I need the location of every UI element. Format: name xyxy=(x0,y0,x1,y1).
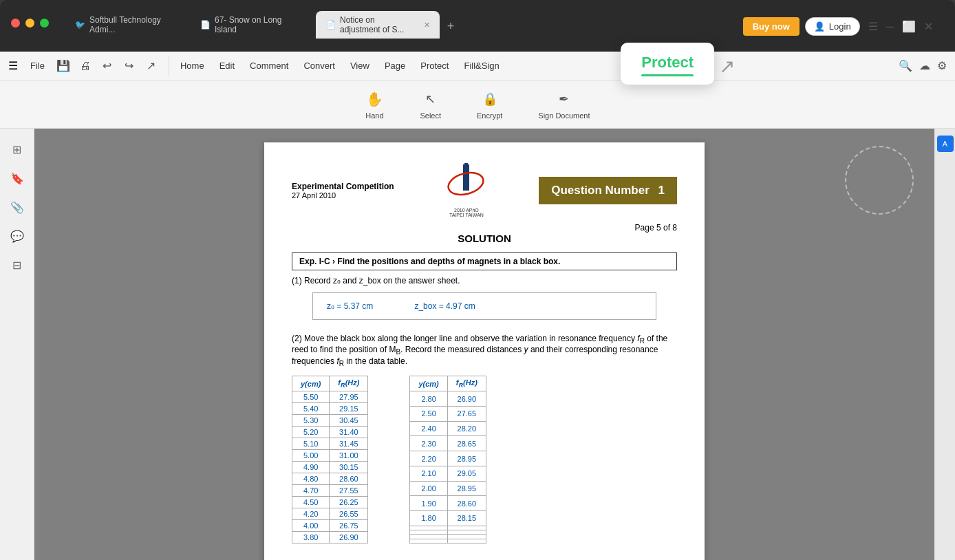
data-tables: y(cm) fR(Hz) 5.5027.955.4029.155.3030.45… xyxy=(292,376,677,543)
select-tool-button[interactable]: ↖ Select xyxy=(410,85,451,124)
fillsign-menu-item[interactable]: Fill&Sign xyxy=(457,57,506,74)
convert-menu-item[interactable]: Convert xyxy=(297,57,342,74)
settings-icon[interactable]: ⚙ xyxy=(937,59,947,72)
table-row: 5.5027.95 xyxy=(292,391,368,403)
sign-document-button[interactable]: ✒ Sign Document xyxy=(528,85,599,124)
maximize-traffic-light[interactable] xyxy=(40,19,49,28)
new-tab-button[interactable]: + xyxy=(441,17,460,36)
hand-label: Hand xyxy=(365,111,383,120)
table-row: 5.3030.45 xyxy=(292,415,368,427)
table-row: 4.5026.25 xyxy=(292,497,368,508)
cloud-icon[interactable]: ☁ xyxy=(919,59,930,72)
pdf-header: Experimental Competition 27 April 2010 2… xyxy=(292,163,677,217)
hand-tool-button[interactable]: ✋ Hand xyxy=(355,85,394,124)
table-row: 5.4029.15 xyxy=(292,403,368,415)
protect-arrow-icon: ↗ xyxy=(719,55,735,78)
close-icon[interactable]: ✕ xyxy=(924,20,933,33)
lock-icon: 🔒 xyxy=(480,89,500,109)
tab-1-icon: 🐦 xyxy=(75,20,85,30)
menu-bar: ☰ File 💾 🖨 ↩ ↪ ↗ Home Edit Comment Conve… xyxy=(0,52,955,80)
sidebar-bookmark-button[interactable]: 🔖 xyxy=(5,166,30,191)
z0-value: z₀ = 5.37 cm xyxy=(327,301,373,311)
annotation-circle xyxy=(845,146,914,215)
tab-2-icon: 📄 xyxy=(200,20,211,30)
data-table-1: y(cm) fR(Hz) 5.5027.955.4029.155.3030.45… xyxy=(292,376,368,543)
table-row: 5.2031.40 xyxy=(292,427,368,438)
answer-box: z₀ = 5.37 cm z_box = 4.97 cm xyxy=(312,292,656,320)
restore-icon[interactable]: ⬜ xyxy=(902,20,916,33)
search-icon[interactable]: 🔍 xyxy=(899,59,912,72)
tab-3-label: Notice on adjustment of S... xyxy=(340,15,417,34)
print-button[interactable]: 🖨 xyxy=(75,56,96,76)
pdf-container[interactable]: Experimental Competition 27 April 2010 2… xyxy=(34,129,934,560)
comment-menu-item[interactable]: Comment xyxy=(243,57,295,74)
save-button[interactable]: 💾 xyxy=(53,56,74,76)
table-row: 3.8026.90 xyxy=(292,532,368,543)
tab-2-label: 67- Snow on Long Island xyxy=(215,15,305,34)
protect-underline xyxy=(641,74,694,76)
table2-header-fr: fR(Hz) xyxy=(447,376,486,391)
protect-menu-item[interactable]: Protect xyxy=(414,57,455,74)
menu-icon[interactable]: ☰ xyxy=(868,20,878,33)
view-menu-item[interactable]: View xyxy=(343,57,376,74)
apho-logo xyxy=(444,163,489,208)
table-row: 1.8028.15 xyxy=(410,510,486,526)
tab-1[interactable]: 🐦 Softbull Technology Admi... xyxy=(65,11,189,39)
table-row: 2.3028.65 xyxy=(410,436,486,451)
sidebar-layers-button[interactable]: ⊟ xyxy=(5,252,30,277)
home-menu-item[interactable]: Home xyxy=(173,57,211,74)
step1-text: (1) Record z₀ and z_box on the answer sh… xyxy=(292,276,677,286)
login-button[interactable]: 👤 Login xyxy=(805,17,860,36)
tab-2[interactable]: 📄 67- Snow on Long Island xyxy=(191,11,314,39)
event-name: Experimental Competition xyxy=(292,182,394,191)
question-number-value: 1 xyxy=(658,184,665,197)
protect-popup-text: Protect xyxy=(641,54,694,72)
table-row: 2.8026.90 xyxy=(410,391,486,407)
solution-title: SOLUTION xyxy=(292,233,677,244)
edit-menu-item[interactable]: Edit xyxy=(213,57,242,74)
sidebar-comment-button[interactable]: 💬 xyxy=(5,224,30,248)
table1-header-y: y(cm) xyxy=(292,376,330,391)
sidebar-thumbnail-button[interactable]: ⊞ xyxy=(5,137,30,162)
table-row: 2.1029.05 xyxy=(410,466,486,481)
event-date: 27 April 2010 xyxy=(292,191,394,200)
step2-text: (2) Move the black box along the longer … xyxy=(292,334,677,367)
question-number-label: Question Number xyxy=(551,184,650,197)
tabs-bar: 🐦 Softbull Technology Admi... 📄 67- Snow… xyxy=(54,7,944,39)
translate-icon[interactable]: A xyxy=(937,136,954,152)
table-row: 4.8028.60 xyxy=(292,473,368,485)
share-button[interactable]: ↗ xyxy=(141,56,162,76)
logo-area: 2010 APhOTAIPEI TAIWAN xyxy=(444,163,489,217)
table1-header-fr: fR(Hz) xyxy=(330,376,368,391)
sign-icon: ✒ xyxy=(555,89,574,109)
tab-1-label: Softbull Technology Admi... xyxy=(89,15,180,34)
table-row: 4.0026.75 xyxy=(292,520,368,532)
sidebar-attachment-button[interactable]: 📎 xyxy=(5,195,30,219)
undo-button[interactable]: ↩ xyxy=(97,56,118,76)
table2-header-y: y(cm) xyxy=(410,376,447,391)
browser-chrome: 🐦 Softbull Technology Admi... 📄 67- Snow… xyxy=(0,0,955,52)
minimize-icon[interactable]: ─ xyxy=(886,21,894,33)
encrypt-tool-button[interactable]: 🔒 Encrypt xyxy=(467,85,512,124)
hamburger-icon[interactable]: ☰ xyxy=(8,59,18,72)
file-menu-item[interactable]: File xyxy=(23,57,52,74)
pdf-page: Experimental Competition 27 April 2010 2… xyxy=(264,142,705,560)
buy-now-button[interactable]: Buy now xyxy=(743,17,800,36)
close-traffic-light[interactable] xyxy=(11,19,20,28)
minimize-traffic-light[interactable] xyxy=(25,19,34,28)
table-row xyxy=(410,539,486,543)
redo-button[interactable]: ↪ xyxy=(119,56,140,76)
svg-rect-1 xyxy=(464,163,468,167)
page-menu-item[interactable]: Page xyxy=(378,57,412,74)
right-panel: A xyxy=(934,129,955,560)
tab-3-close[interactable]: ✕ xyxy=(424,21,430,30)
logo-text: 2010 APhOTAIPEI TAIWAN xyxy=(449,208,484,217)
sign-document-label: Sign Document xyxy=(538,111,590,120)
event-info: Experimental Competition 27 April 2010 xyxy=(292,182,394,200)
table-row: 2.5027.65 xyxy=(410,407,486,422)
table-row: 2.4028.20 xyxy=(410,421,486,436)
svg-rect-0 xyxy=(463,164,469,191)
page-number: Page 5 of 8 xyxy=(292,223,677,233)
tab-3[interactable]: 📄 Notice on adjustment of S... ✕ xyxy=(316,11,440,39)
table-row: 4.7027.55 xyxy=(292,485,368,497)
